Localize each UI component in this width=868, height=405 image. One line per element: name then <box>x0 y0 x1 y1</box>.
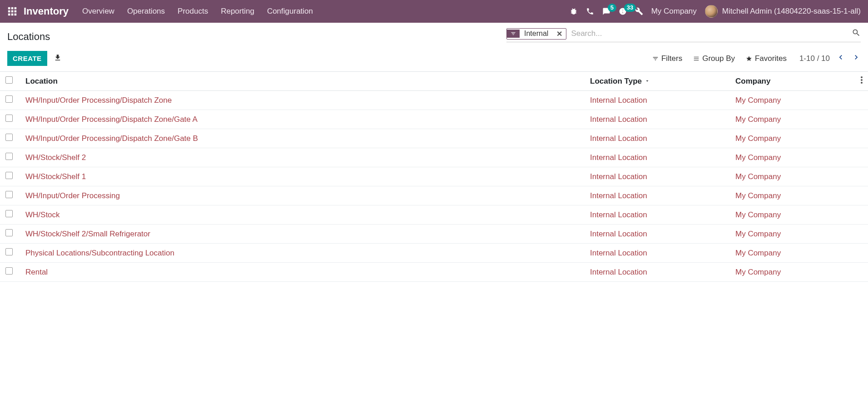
row-checkbox[interactable] <box>5 95 13 103</box>
messaging-count: 5 <box>608 4 616 12</box>
optional-columns-icon[interactable] <box>861 77 863 85</box>
row-checkbox[interactable] <box>5 267 13 275</box>
cell-location[interactable]: WH/Input/Order Processing <box>20 186 585 205</box>
control-panel: Locations Internal ✕ CREATE Filters Grou… <box>0 23 868 71</box>
cell-type[interactable]: Internal Location <box>585 225 730 244</box>
groupby-button[interactable]: Group By <box>693 54 735 63</box>
cell-location[interactable]: WH/Input/Order Processing/Dispatch Zone/… <box>20 129 585 148</box>
cell-location[interactable]: WH/Stock/Shelf 2/Small Refrigerator <box>20 225 585 244</box>
cell-company[interactable]: My Company <box>730 263 848 282</box>
svg-rect-1 <box>11 7 14 10</box>
nav-products[interactable]: Products <box>178 7 208 16</box>
table-row[interactable]: WH/Stock/Shelf 2/Small RefrigeratorInter… <box>0 225 868 244</box>
table-row[interactable]: WH/Input/Order Processing/Dispatch Zone/… <box>0 110 868 129</box>
row-checkbox[interactable] <box>5 134 13 141</box>
search-facet-internal: Internal ✕ <box>506 28 566 40</box>
header-company[interactable]: Company <box>730 72 848 91</box>
create-button[interactable]: CREATE <box>7 51 47 66</box>
header-type[interactable]: Location Type <box>585 72 730 91</box>
cell-company[interactable]: My Company <box>730 225 848 244</box>
cell-company[interactable]: My Company <box>730 129 848 148</box>
cell-type[interactable]: Internal Location <box>585 129 730 148</box>
groupby-label: Group By <box>702 54 735 63</box>
row-checkbox[interactable] <box>5 248 13 255</box>
search-input[interactable] <box>566 27 852 40</box>
nav-reporting[interactable]: Reporting <box>221 7 254 16</box>
cell-location[interactable]: WH/Stock/Shelf 1 <box>20 167 585 186</box>
pager: 1-10 / 10 <box>799 53 861 64</box>
cell-location[interactable]: WH/Stock <box>20 205 585 225</box>
table-row[interactable]: Physical Locations/Subcontracting Locati… <box>0 244 868 263</box>
table-row[interactable]: WH/Input/Order Processing/Dispatch Zone/… <box>0 129 868 148</box>
nav-configuration[interactable]: Configuration <box>267 7 313 16</box>
cell-type[interactable]: Internal Location <box>585 91 730 110</box>
debug-icon[interactable] <box>570 7 578 15</box>
apps-icon[interactable] <box>7 6 17 16</box>
cell-type[interactable]: Internal Location <box>585 186 730 205</box>
cell-company[interactable]: My Company <box>730 244 848 263</box>
table-row[interactable]: RentalInternal LocationMy Company <box>0 263 868 282</box>
cell-location[interactable]: WH/Stock/Shelf 2 <box>20 148 585 167</box>
company-selector[interactable]: My Company <box>651 7 697 16</box>
pager-next-icon[interactable] <box>852 53 861 64</box>
filters-label: Filters <box>661 54 682 63</box>
facet-label: Internal <box>520 29 553 39</box>
cell-type[interactable]: Internal Location <box>585 263 730 282</box>
row-checkbox[interactable] <box>5 172 13 179</box>
cell-company[interactable]: My Company <box>730 148 848 167</box>
nav-systray: 5 33 My Company Mitchell Admin (14804220… <box>570 5 861 18</box>
svg-point-10 <box>861 79 863 81</box>
row-checkbox[interactable] <box>5 153 13 160</box>
cell-company[interactable]: My Company <box>730 167 848 186</box>
row-checkbox[interactable] <box>5 229 13 236</box>
cell-type[interactable]: Internal Location <box>585 244 730 263</box>
user-name: Mitchell Admin (14804220-saas-15-1-all) <box>722 7 861 16</box>
favorites-button[interactable]: Favorites <box>746 54 787 63</box>
brand-title[interactable]: Inventory <box>24 5 69 17</box>
nav-overview[interactable]: Overview <box>82 7 114 16</box>
cell-type[interactable]: Internal Location <box>585 110 730 129</box>
top-navbar: Inventory Overview Operations Products R… <box>0 0 868 23</box>
activities-icon[interactable]: 33 <box>619 7 627 15</box>
facet-remove-icon[interactable]: ✕ <box>553 29 566 39</box>
svg-point-9 <box>861 76 863 78</box>
nav-operations[interactable]: Operations <box>127 7 165 16</box>
pager-prev-icon[interactable] <box>836 53 845 64</box>
select-all-checkbox[interactable] <box>5 76 13 84</box>
cell-type[interactable]: Internal Location <box>585 148 730 167</box>
row-checkbox[interactable] <box>5 210 13 217</box>
pager-text[interactable]: 1-10 / 10 <box>799 54 830 63</box>
user-menu[interactable]: Mitchell Admin (14804220-saas-15-1-all) <box>705 5 861 18</box>
cell-type[interactable]: Internal Location <box>585 205 730 225</box>
activities-count: 33 <box>624 4 636 12</box>
table-row[interactable]: WH/StockInternal LocationMy Company <box>0 205 868 225</box>
svg-rect-2 <box>15 7 17 10</box>
cell-company[interactable]: My Company <box>730 186 848 205</box>
svg-rect-6 <box>8 14 10 16</box>
cell-type[interactable]: Internal Location <box>585 167 730 186</box>
table-row[interactable]: WH/Stock/Shelf 2Internal LocationMy Comp… <box>0 148 868 167</box>
cell-company[interactable]: My Company <box>730 205 848 225</box>
page-title: Locations <box>7 27 50 46</box>
tools-icon[interactable] <box>635 7 643 15</box>
row-checkbox[interactable] <box>5 191 13 198</box>
table-row[interactable]: WH/Input/Order Processing/Dispatch ZoneI… <box>0 91 868 110</box>
cell-company[interactable]: My Company <box>730 91 848 110</box>
row-checkbox[interactable] <box>5 115 13 122</box>
sort-desc-icon <box>645 77 650 86</box>
cell-location[interactable]: WH/Input/Order Processing/Dispatch Zone <box>20 91 585 110</box>
cell-company[interactable]: My Company <box>730 110 848 129</box>
cell-location[interactable]: WH/Input/Order Processing/Dispatch Zone/… <box>20 110 585 129</box>
import-button[interactable] <box>54 54 62 64</box>
header-location[interactable]: Location <box>20 72 585 91</box>
table-row[interactable]: WH/Stock/Shelf 1Internal LocationMy Comp… <box>0 167 868 186</box>
filters-button[interactable]: Filters <box>652 54 682 63</box>
messaging-icon[interactable]: 5 <box>602 7 610 15</box>
cell-location[interactable]: Physical Locations/Subcontracting Locati… <box>20 244 585 263</box>
cell-location[interactable]: Rental <box>20 263 585 282</box>
table-header-row: Location Location Type Company <box>0 72 868 91</box>
search-icon[interactable] <box>852 28 861 39</box>
phone-icon[interactable] <box>586 7 594 15</box>
table-row[interactable]: WH/Input/Order ProcessingInternal Locati… <box>0 186 868 205</box>
table-body: WH/Input/Order Processing/Dispatch ZoneI… <box>0 91 868 282</box>
